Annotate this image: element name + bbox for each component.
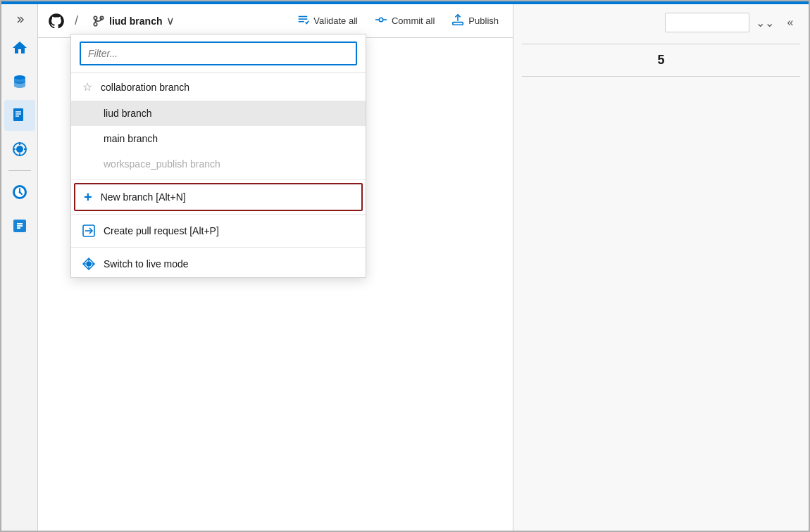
validate-all-button[interactable]: Validate all	[291, 11, 363, 32]
filter-input[interactable]	[80, 42, 357, 65]
main-content: / liud branch ∨	[38, 4, 513, 531]
collaboration-branch-label: collaboration branch	[101, 82, 189, 93]
svg-rect-24	[453, 22, 463, 25]
collapse-down-btn[interactable]: ⌄⌄	[755, 13, 775, 32]
panel-divider	[522, 44, 800, 44]
collapse-left-btn[interactable]: «	[780, 13, 800, 32]
dropdown-item-live-mode[interactable]: Switch to live mode	[71, 251, 366, 277]
toolbar: / liud branch ∨	[38, 4, 513, 38]
dropdown-divider-2	[71, 214, 366, 215]
svg-point-6	[16, 146, 23, 153]
panel-controls: ⌄⌄ «	[522, 13, 800, 32]
sidebar-item-tools[interactable]	[4, 210, 35, 241]
star-icon: ☆	[82, 80, 92, 94]
branch-name-label: liud branch	[109, 15, 162, 27]
create-pull-request-label: Create pull request [Alt+P]	[104, 225, 219, 236]
svg-rect-1	[13, 108, 23, 121]
sidebar-item-database[interactable]	[4, 66, 35, 97]
sidebar-item-pipeline[interactable]	[4, 134, 35, 165]
svg-point-29	[87, 262, 91, 266]
live-mode-icon	[82, 258, 95, 270]
workspace-publish-branch-label: workspace_publish branch	[104, 158, 220, 170]
svg-point-21	[379, 18, 382, 21]
panel-divider-2	[522, 76, 800, 77]
publish-button[interactable]: Publish	[446, 11, 504, 32]
validate-icon	[297, 13, 309, 29]
dropdown-item-collaboration[interactable]: ☆ collaboration branch	[71, 73, 366, 101]
sidebar-expand-btn[interactable]	[4, 10, 35, 30]
dropdown-item-pull-request[interactable]: Create pull request [Alt+P]	[71, 217, 366, 244]
right-panel: ⌄⌄ « 5	[513, 4, 809, 531]
publish-icon	[451, 13, 464, 29]
pull-request-icon	[82, 224, 95, 237]
filter-input-wrapper	[71, 34, 366, 73]
switch-to-live-mode-label: Switch to live mode	[104, 258, 189, 270]
sidebar-item-monitor[interactable]	[4, 177, 35, 208]
sidebar	[1, 4, 38, 531]
dropdown-divider-1	[71, 179, 366, 180]
branch-chevron-icon: ∨	[166, 14, 175, 27]
separator-slash: /	[72, 13, 81, 28]
app-container: / liud branch ∨	[1, 4, 809, 531]
svg-point-13	[18, 191, 20, 194]
commit-icon	[375, 13, 387, 29]
sidebar-item-document[interactable]	[4, 100, 35, 131]
commit-all-button[interactable]: Commit all	[369, 11, 440, 32]
commit-all-label: Commit all	[392, 15, 435, 26]
dropdown-divider-3	[71, 247, 366, 248]
liud-branch-label: liud branch	[104, 108, 152, 119]
branch-selector[interactable]: liud branch ∨	[87, 11, 180, 30]
dropdown-item-new-branch[interactable]: + New branch [Alt+N]	[74, 183, 363, 211]
count-badge: 5	[522, 53, 800, 68]
publish-label: Publish	[468, 15, 499, 26]
plus-icon: +	[84, 190, 92, 204]
validate-all-label: Validate all	[313, 15, 358, 26]
dropdown-item-main[interactable]: main branch	[71, 126, 366, 151]
dropdown-item-workspace-publish[interactable]: workspace_publish branch	[71, 151, 366, 177]
dropdown-item-liud[interactable]: liud branch	[71, 101, 366, 126]
branch-dropdown: ☆ collaboration branch liud branch main …	[70, 34, 366, 278]
sidebar-item-home[interactable]	[4, 32, 35, 63]
new-branch-label: New branch [Alt+N]	[101, 191, 186, 203]
main-branch-label: main branch	[104, 133, 158, 144]
github-icon	[46, 11, 66, 31]
sidebar-divider	[8, 170, 31, 171]
panel-search-input[interactable]	[665, 13, 749, 32]
